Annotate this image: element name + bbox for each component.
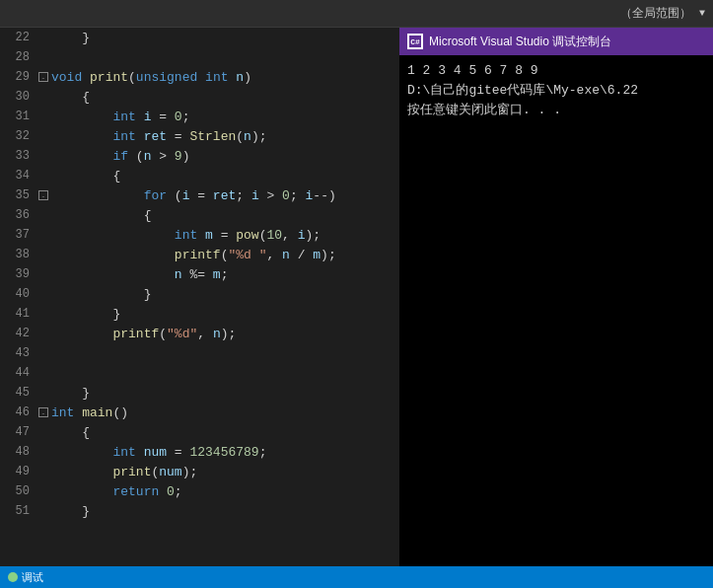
status-circle-icon — [8, 572, 18, 582]
line-number: 30 — [0, 90, 37, 104]
debug-title: Microsoft Visual Studio 调试控制台 — [429, 34, 611, 50]
line-content: printf("%d ", n / m); — [51, 248, 336, 262]
debug-panel: C# Microsoft Visual Studio 调试控制台 1 2 3 4… — [399, 28, 713, 566]
line-content: { — [51, 90, 90, 105]
line-number: 28 — [0, 50, 37, 64]
table-row: 22 } — [0, 28, 399, 47]
table-row: 48 int num = 123456789; — [0, 442, 399, 462]
table-row: 44 — [0, 363, 399, 383]
table-row: 39 n %= m; — [0, 264, 399, 284]
table-row: 38 printf("%d ", n / m); — [0, 245, 399, 264]
debug-output-line: D:\自己的gitee代码库\My-exe\6.22 — [407, 81, 705, 101]
line-number: 47 — [0, 425, 37, 439]
line-content: for (i = ret; i > 0; i--) — [51, 188, 336, 203]
line-number: 22 — [0, 31, 37, 44]
table-row: 30 { — [0, 87, 399, 107]
line-number: 39 — [0, 267, 37, 281]
line-content: } — [51, 287, 151, 302]
line-number: 49 — [0, 465, 37, 478]
line-number: 36 — [0, 208, 37, 222]
table-row: 31 int i = 0; — [0, 107, 399, 126]
table-row: 29 - void print(unsigned int n) — [0, 67, 399, 87]
line-number: 45 — [0, 386, 37, 400]
line-content: } — [51, 307, 120, 322]
table-row: 51 } — [0, 501, 399, 521]
scope-label: （全局范围） — [620, 5, 691, 22]
line-number: 50 — [0, 484, 37, 498]
line-content: } — [51, 386, 90, 401]
table-row: 32 int ret = Strlen(n); — [0, 126, 399, 146]
table-row: 41 } — [0, 304, 399, 324]
line-number: 46 — [0, 405, 37, 419]
table-row: 43 — [0, 343, 399, 363]
line-content: int m = pow(10, i); — [51, 228, 321, 243]
debug-output-line: 按任意键关闭此窗口. . . — [407, 101, 705, 120]
line-number: 48 — [0, 445, 37, 459]
line-number: 42 — [0, 327, 37, 340]
debug-output-line: 1 2 3 4 5 6 7 8 9 — [407, 61, 705, 81]
line-content: int main() — [51, 405, 128, 420]
table-row: 46 - int main() — [0, 403, 399, 422]
line-content: } — [51, 31, 90, 45]
line-content: { — [51, 425, 90, 440]
line-number: 35 — [0, 188, 37, 202]
line-content: int num = 123456789; — [51, 445, 266, 460]
table-row: 49 print(num); — [0, 462, 399, 481]
vs-icon: C# — [407, 34, 423, 49]
line-number: 41 — [0, 307, 37, 321]
line-number: 34 — [0, 169, 37, 183]
table-row: 36 { — [0, 205, 399, 225]
line-number: 44 — [0, 366, 37, 380]
collapse-icon[interactable]: - — [37, 190, 51, 201]
top-bar-right: （全局范围） ▼ — [620, 5, 705, 22]
scope-dropdown-arrow[interactable]: ▼ — [699, 8, 705, 19]
line-content: return 0; — [51, 484, 182, 499]
line-content: print(num); — [51, 465, 197, 479]
collapse-icon[interactable]: - — [37, 407, 51, 418]
status-bar: 调试 — [0, 566, 713, 588]
line-content: printf("%d", n); — [51, 327, 236, 341]
line-content: { — [51, 208, 151, 223]
debug-content[interactable]: 1 2 3 4 5 6 7 8 9 D:\自己的gitee代码库\My-exe\… — [399, 55, 713, 566]
line-number: 38 — [0, 248, 37, 261]
table-row: 47 { — [0, 422, 399, 442]
line-number: 29 — [0, 70, 37, 84]
line-content: int ret = Strlen(n); — [51, 129, 267, 144]
line-number: 32 — [0, 129, 37, 143]
line-content: n %= m; — [51, 267, 228, 282]
debug-titlebar: C# Microsoft Visual Studio 调试控制台 — [399, 28, 713, 55]
table-row: 33 if (n > 9) — [0, 146, 399, 166]
main-content: 22 } 28 29 - void print(unsigned int n) … — [0, 28, 713, 566]
table-row: 37 int m = pow(10, i); — [0, 225, 399, 245]
status-debug: 调试 — [8, 570, 43, 585]
line-content: void print(unsigned int n) — [51, 70, 251, 85]
table-row: 34 { — [0, 166, 399, 185]
code-editor[interactable]: 22 } 28 29 - void print(unsigned int n) … — [0, 28, 399, 566]
line-content: { — [51, 169, 120, 184]
status-debug-label: 调试 — [22, 570, 43, 585]
line-number: 51 — [0, 504, 37, 518]
line-number: 37 — [0, 228, 37, 242]
table-row: 42 printf("%d", n); — [0, 324, 399, 343]
line-number: 40 — [0, 287, 37, 301]
line-content: int i = 0; — [51, 110, 189, 124]
code-lines: 22 } 28 29 - void print(unsigned int n) … — [0, 28, 399, 521]
table-row: 45 } — [0, 383, 399, 403]
line-content: if (n > 9) — [51, 149, 189, 164]
line-number: 43 — [0, 346, 37, 360]
collapse-icon[interactable]: - — [37, 72, 51, 83]
top-bar: （全局范围） ▼ — [0, 0, 713, 28]
line-number: 31 — [0, 110, 37, 123]
line-number: 33 — [0, 149, 37, 163]
table-row: 28 — [0, 47, 399, 67]
table-row: 35 - for (i = ret; i > 0; i--) — [0, 185, 399, 205]
line-content: } — [51, 504, 90, 519]
table-row: 50 return 0; — [0, 481, 399, 501]
table-row: 40 } — [0, 284, 399, 304]
